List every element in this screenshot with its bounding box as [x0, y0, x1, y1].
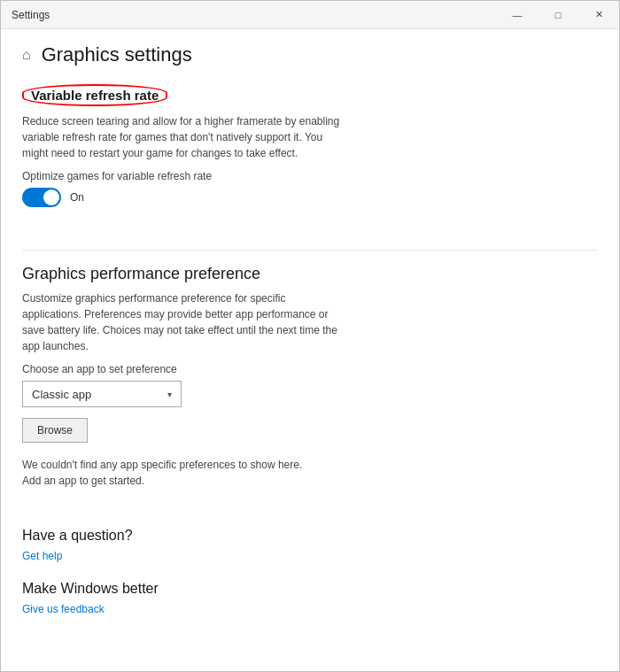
close-button[interactable]: ✕: [578, 1, 619, 29]
feedback-link[interactable]: Give us feedback: [22, 603, 105, 615]
minimize-button[interactable]: —: [497, 1, 538, 29]
help-heading: Have a question?: [22, 528, 598, 544]
page-title: Graphics settings: [42, 43, 192, 66]
graphics-performance-heading: Graphics performance preference: [22, 265, 598, 283]
section-divider: [22, 250, 598, 251]
dropdown-value: Classic app: [32, 388, 91, 401]
home-icon[interactable]: ⌂: [22, 47, 31, 63]
toggle-knob: [43, 189, 59, 205]
maximize-button[interactable]: □: [538, 1, 578, 29]
get-help-link[interactable]: Get help: [22, 550, 62, 562]
graphics-performance-description: Customize graphics performance preferenc…: [22, 290, 341, 354]
titlebar-title: Settings: [12, 9, 50, 21]
toggle-label: Optimize games for variable refresh rate: [22, 170, 598, 182]
feedback-section: Make Windows better Give us feedback: [22, 581, 598, 616]
feedback-heading: Make Windows better: [22, 581, 598, 597]
toggle-state-text: On: [70, 191, 84, 204]
settings-window: Settings — □ ✕ ⌂ Graphics settings Varia…: [0, 0, 620, 672]
titlebar: Settings — □ ✕: [1, 1, 619, 29]
chevron-down-icon: ▾: [167, 390, 172, 399]
variable-refresh-toggle[interactable]: [22, 188, 61, 207]
browse-button[interactable]: Browse: [22, 418, 88, 443]
titlebar-controls: — □ ✕: [497, 1, 619, 29]
page-header: ⌂ Graphics settings: [22, 43, 598, 66]
app-dropdown[interactable]: Classic app ▾: [22, 381, 182, 407]
page-content: ⌂ Graphics settings Variable refresh rat…: [1, 29, 619, 671]
choose-app-label: Choose an app to set preference: [22, 363, 598, 375]
app-dropdown-wrapper: Classic app ▾: [22, 381, 598, 407]
graphics-performance-section: Graphics performance preference Customiz…: [22, 265, 598, 506]
variable-refresh-section: Variable refresh rate Reduce screen tear…: [22, 84, 598, 214]
variable-refresh-description: Reduce screen tearing and allow for a hi…: [22, 113, 341, 161]
no-apps-message: We couldn't find any app specific prefer…: [22, 457, 323, 489]
toggle-row: On: [22, 188, 598, 207]
variable-refresh-heading: Variable refresh rate: [22, 84, 167, 106]
help-section: Have a question? Get help: [22, 528, 598, 563]
